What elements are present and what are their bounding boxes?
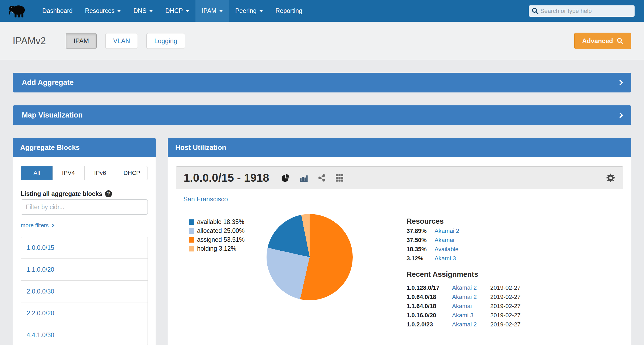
assignment-row: 1.0.64.0/18 Akamai 2 2019-02-27 bbox=[407, 294, 521, 300]
caret-down-icon bbox=[259, 10, 263, 12]
nav-item-dhcp[interactable]: DHCP bbox=[159, 0, 195, 22]
mammoth-logo-icon bbox=[8, 3, 27, 19]
legend-swatch bbox=[189, 246, 194, 251]
block-link[interactable]: 4.4.1.0/30 bbox=[27, 332, 54, 339]
nav-item-dashboard[interactable]: Dashboard bbox=[36, 0, 79, 22]
pie-legend: available 18.35% allocated 25.00% assign… bbox=[189, 218, 256, 253]
view-tabs: IPAM VLAN Logging bbox=[66, 33, 185, 49]
search-icon[interactable] bbox=[531, 7, 539, 15]
host-utilization-header: Host Utilization bbox=[168, 138, 631, 157]
assignment-link[interactable]: Akamai 2 bbox=[452, 321, 486, 328]
list-item: 2.2.0.0/20 bbox=[21, 302, 148, 324]
map-visualization-bar[interactable]: Map Visualization bbox=[13, 105, 631, 125]
legend-item: assigned 53.51% bbox=[189, 235, 256, 244]
aggregate-blocks-panel: Aggregate Blocks All IPV4 IPv6 DHCP List… bbox=[13, 138, 156, 345]
block-link[interactable]: 2.2.0.0/20 bbox=[27, 310, 54, 317]
chevron-right-icon bbox=[51, 224, 54, 227]
legend-item: available 18.35% bbox=[189, 218, 256, 226]
caret-down-icon bbox=[149, 10, 153, 12]
aggregate-filter-group: All IPV4 IPv6 DHCP bbox=[21, 166, 148, 180]
more-filters-link[interactable]: more filters bbox=[21, 222, 54, 229]
resource-row: 37.89% Akamai 2 bbox=[407, 227, 521, 234]
tab-ipam[interactable]: IPAM bbox=[66, 33, 97, 49]
search-input[interactable] bbox=[540, 8, 632, 15]
resource-row: 37.50% Akamai bbox=[407, 237, 521, 243]
mammoth-logo[interactable] bbox=[8, 0, 27, 22]
caret-down-icon bbox=[186, 10, 189, 12]
tab-vlan[interactable]: VLAN bbox=[105, 33, 138, 49]
pie-chart-icon[interactable] bbox=[281, 174, 290, 182]
chevron-right-icon bbox=[617, 112, 623, 118]
cidr-filter-input[interactable] bbox=[21, 199, 148, 215]
resource-row: 3.12% Akami 3 bbox=[407, 255, 521, 262]
utilization-toolbar: 1.0.0.0/15 - 1918 bbox=[176, 167, 623, 189]
legend-swatch bbox=[189, 237, 194, 243]
add-aggregate-bar[interactable]: Add Aggregate bbox=[13, 73, 631, 92]
resource-link[interactable]: Akamai bbox=[435, 237, 454, 243]
help-question-icon[interactable]: ? bbox=[105, 190, 112, 197]
assignment-link[interactable]: Akamai 2 bbox=[452, 284, 486, 291]
list-item: 1.1.0.0/20 bbox=[21, 258, 148, 280]
legend-item: holding 3.12% bbox=[189, 244, 256, 253]
utilization-pie bbox=[267, 214, 353, 300]
list-item: 2.0.0.0/30 bbox=[21, 280, 148, 302]
filter-ipv6-button[interactable]: IPv6 bbox=[84, 166, 116, 180]
page-title: IPAMv2 bbox=[13, 35, 46, 47]
utilization-box: 1.0.0.0/15 - 1918 bbox=[176, 166, 623, 337]
bar-chart-icon[interactable] bbox=[299, 174, 308, 182]
filter-ipv4-button[interactable]: IPV4 bbox=[52, 166, 85, 180]
legend-swatch bbox=[189, 228, 194, 234]
host-utilization-panel: Host Utilization 1.0.0.0/15 - 1918 bbox=[168, 138, 631, 345]
block-link[interactable]: 2.0.0.0/30 bbox=[27, 288, 54, 295]
recent-assignments-heading: Recent Assignments bbox=[407, 271, 521, 278]
assignment-row: 1.0.128.0/17 Akamai 2 2019-02-27 bbox=[407, 284, 521, 291]
list-item: 4.4.1.0/30 bbox=[21, 324, 148, 345]
page-header: IPAMv2 IPAM VLAN Logging Advanced bbox=[0, 22, 644, 60]
listing-label: Listing all aggregate blocks bbox=[21, 190, 102, 197]
resource-link[interactable]: Available bbox=[435, 246, 458, 253]
location-link[interactable]: San Franscisco bbox=[183, 195, 228, 203]
nav-item-ipam[interactable]: IPAM bbox=[195, 0, 229, 22]
block-title: 1.0.0.0/15 - 1918 bbox=[184, 171, 269, 184]
filter-all-button[interactable]: All bbox=[21, 166, 53, 180]
aggregate-blocks-header: Aggregate Blocks bbox=[13, 138, 156, 157]
assignment-link[interactable]: Akamai 2 bbox=[452, 294, 486, 300]
filter-dhcp-button[interactable]: DHCP bbox=[116, 166, 148, 180]
block-link[interactable]: 1.1.0.0/20 bbox=[27, 266, 54, 273]
grid-icon[interactable] bbox=[335, 174, 344, 182]
top-navbar: Dashboard Resources DNS DHCP IPAM Peerin… bbox=[0, 0, 644, 22]
share-icon[interactable] bbox=[318, 174, 326, 182]
block-link[interactable]: 1.0.0.0/15 bbox=[27, 244, 54, 251]
chevron-right-icon bbox=[617, 80, 623, 85]
assignment-link[interactable]: Akamai bbox=[452, 303, 486, 309]
nav-list: Dashboard Resources DNS DHCP IPAM Peerin… bbox=[36, 0, 309, 22]
main-content: Add Aggregate Map Visualization Aggregat… bbox=[0, 60, 644, 345]
nav-item-reporting[interactable]: Reporting bbox=[269, 0, 309, 22]
resource-row: 18.35% Available bbox=[407, 246, 521, 253]
assignment-row: 1.1.64.0/18 Akamai 2019-02-27 bbox=[407, 303, 521, 309]
aggregate-block-list: 1.0.0.0/15 1.1.0.0/20 2.0.0.0/30 2.2.0.0… bbox=[21, 237, 148, 345]
assignment-row: 1.0.16.0/20 Akami 3 2019-02-27 bbox=[407, 312, 521, 319]
legend-swatch bbox=[189, 219, 194, 225]
resource-link[interactable]: Akami 3 bbox=[435, 255, 456, 262]
resource-link[interactable]: Akamai 2 bbox=[435, 227, 459, 234]
tab-logging[interactable]: Logging bbox=[146, 33, 185, 49]
caret-down-icon bbox=[117, 10, 121, 12]
search-icon bbox=[617, 37, 624, 44]
assignment-row: 1.0.2.0/23 Akamai 2 2019-02-27 bbox=[407, 321, 521, 328]
nav-item-dns[interactable]: DNS bbox=[127, 0, 159, 22]
nav-item-resources[interactable]: Resources bbox=[79, 0, 127, 22]
nav-item-peering[interactable]: Peering bbox=[229, 0, 269, 22]
navbar-search bbox=[529, 5, 635, 17]
legend-item: allocated 25.00% bbox=[189, 226, 256, 235]
advanced-search-button[interactable]: Advanced bbox=[574, 33, 631, 49]
list-item: 1.0.0.0/15 bbox=[21, 237, 148, 258]
assignment-link[interactable]: Akami 3 bbox=[452, 312, 486, 319]
gear-icon[interactable] bbox=[606, 173, 615, 183]
resources-heading: Resources bbox=[407, 218, 521, 225]
caret-down-icon bbox=[219, 10, 223, 12]
